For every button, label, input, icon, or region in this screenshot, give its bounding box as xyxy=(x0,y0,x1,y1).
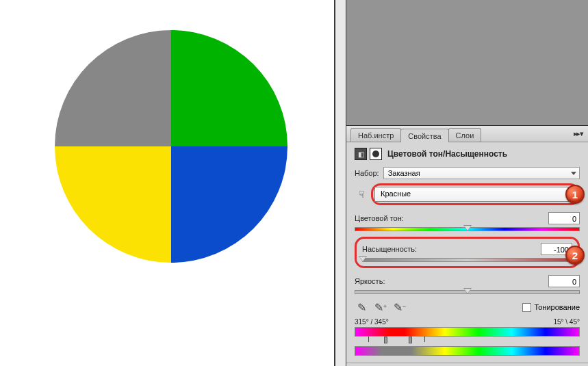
hue-label: Цветовой тон: xyxy=(355,214,404,222)
hue-slider[interactable] xyxy=(355,227,580,231)
preset-dropdown[interactable]: Заказная xyxy=(383,167,580,179)
spectrum-output-strip xyxy=(355,346,580,356)
eyedropper-icon[interactable]: ✎ xyxy=(355,301,368,314)
saturation-thumb[interactable] xyxy=(359,256,367,262)
chevron-down-icon xyxy=(571,172,576,175)
quadrant-bottom-left xyxy=(55,146,171,263)
preset-label: Набор: xyxy=(355,169,379,177)
hue-input[interactable] xyxy=(548,212,580,224)
divider xyxy=(346,363,588,363)
properties-panel: Наб.инстр Свойства Слои ▸▸ ▾ ◧ Цветовой … xyxy=(346,125,588,366)
panel-tabbar: Наб.инстр Свойства Слои ▸▸ ▾ xyxy=(346,126,588,142)
lightness-input[interactable] xyxy=(548,275,580,287)
hue-thumb[interactable] xyxy=(463,225,472,231)
color-range-value: Красные xyxy=(381,189,411,198)
canvas-area[interactable] xyxy=(0,0,335,366)
range-left-readout: 315° / 345° xyxy=(355,318,389,326)
colorize-checkbox[interactable]: Тонирование xyxy=(522,303,580,313)
lightness-thumb[interactable] xyxy=(463,288,472,294)
spectrum-input-strip[interactable] xyxy=(355,327,580,337)
annotation-badge-2: 2 xyxy=(565,246,585,265)
layer-mask-icon[interactable] xyxy=(370,148,382,160)
quadrant-top-right xyxy=(171,30,287,146)
annotation-badge-1: 1 xyxy=(565,185,585,204)
tab-layers[interactable]: Слои xyxy=(448,128,482,142)
panel-flyout-menu-icon[interactable]: ▸▸ ▾ xyxy=(574,129,583,138)
range-markers[interactable] xyxy=(355,337,580,343)
preset-value: Заказная xyxy=(388,169,420,177)
color-range-dropdown[interactable]: Красные xyxy=(374,187,576,202)
saturation-label: Насыщенность: xyxy=(362,245,417,253)
quadrant-top-left xyxy=(55,30,171,146)
saturation-slider[interactable] xyxy=(362,258,572,262)
quadrant-bottom-right xyxy=(171,146,287,263)
colorize-label: Тонирование xyxy=(534,303,580,311)
tab-properties[interactable]: Свойства xyxy=(400,129,448,142)
vertical-scrollbar[interactable] xyxy=(335,0,346,366)
panel-title: Цветовой тон/Насыщенность xyxy=(387,149,507,159)
targeted-adjustment-icon[interactable]: ☟ xyxy=(355,189,368,200)
eyedropper-add-icon[interactable]: ✎ xyxy=(374,301,387,314)
sample-circle xyxy=(55,30,287,263)
range-right-readout: 15° \ 45° xyxy=(553,318,580,326)
lightness-slider[interactable] xyxy=(355,290,580,294)
tab-tools[interactable]: Наб.инстр xyxy=(350,128,401,142)
lightness-label: Яркость: xyxy=(355,277,385,285)
adjustment-type-icon[interactable]: ◧ xyxy=(355,148,367,160)
eyedropper-subtract-icon[interactable]: ✎ xyxy=(393,301,407,314)
